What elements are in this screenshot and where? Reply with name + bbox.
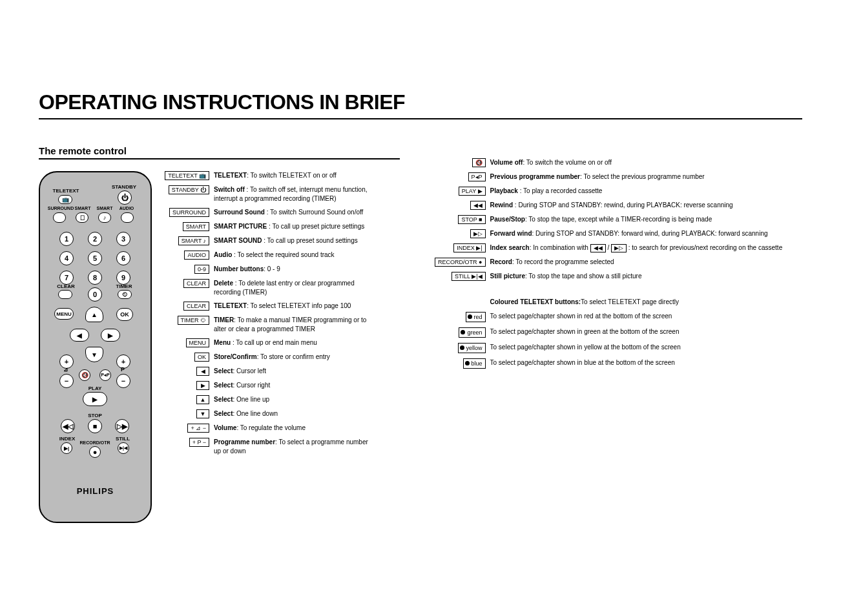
label-stop: STOP: [76, 413, 114, 418]
desc-row: INDEX ▶|Index search: In combination wit…: [435, 243, 802, 252]
teletext-button: 📺: [58, 195, 72, 204]
desc-row: MENUMenu : To call up or end main menu: [168, 338, 368, 347]
desc-row: RECORD/OTR ●Record: To record the progra…: [435, 258, 802, 267]
desc-text: Select: Cursor left: [214, 367, 368, 376]
key-label: MENU: [186, 338, 210, 347]
desc-text: TIMER: To make a manual TIMER programmin…: [214, 316, 368, 333]
color-button-yellow: yellow: [458, 343, 486, 353]
color-button-green: green: [459, 327, 485, 338]
digit-7: 7: [59, 271, 74, 285]
desc-row: SURROUNDSurround Sound : To switch Surro…: [168, 208, 368, 217]
color-button-blue: blue: [463, 358, 486, 369]
ok-button: OK: [116, 308, 133, 321]
color-desc-row: greenTo select page/chapter shown in gre…: [435, 327, 802, 338]
smart-sound-button: ♪: [98, 212, 111, 223]
desc-text: Store/Confirm: To store or confirm entry: [214, 353, 368, 362]
desc-row: ▶▷Forward wind: During STOP and STANDBY:…: [435, 229, 802, 238]
key-label: STILL ▶|◀: [452, 272, 486, 281]
key-label: ▶▷: [470, 229, 486, 238]
index-button: ▶|: [61, 442, 72, 454]
label-clear: CLEAR: [47, 283, 85, 289]
desc-text: To select page/chapter shown in blue at …: [490, 358, 802, 367]
section-subtitle: The remote control: [39, 145, 400, 159]
desc-text: Record: To record the programme selected: [490, 258, 802, 267]
standby-button: ⏻: [118, 190, 132, 205]
key-label: STANDBY ⏻: [169, 185, 209, 194]
desc-text: Select: One line up: [214, 395, 368, 404]
inline-key-icon: ◀◀: [590, 244, 606, 252]
label-standby: STANDBY: [105, 184, 143, 190]
key-label: ▼: [196, 409, 209, 418]
desc-text: Select: One line down: [214, 409, 368, 418]
key-label: + P −: [189, 438, 209, 447]
desc-row: OKStore/Confirm: To store or confirm ent…: [168, 353, 368, 362]
play-button: ▶: [83, 392, 107, 406]
right-column: 🔇Volume off: To switch the volume on or …: [435, 145, 802, 523]
key-label: INDEX ▶|: [453, 243, 485, 252]
desc-text: To select page/chapter shown in red at t…: [490, 312, 802, 321]
label-play: PLAY: [76, 385, 114, 391]
desc-row: STANDBY ⏻Switch off : To switch off set,…: [168, 185, 368, 203]
color-desc-row: yellowTo select page/chapter shown in ye…: [435, 343, 802, 353]
key-label: PLAY ▶: [459, 187, 486, 196]
left-column: The remote control TELETEXT STANDBY 📺 ⏻ …: [39, 145, 400, 523]
desc-text: Number buttons: 0 - 9: [214, 265, 368, 274]
desc-text: Still picture: To stop the tape and show…: [490, 272, 802, 281]
desc-row: CLEARTELETEXT: To select TELETEXT info p…: [168, 302, 368, 311]
desc-text: Volume off: To switch the volume on or o…: [490, 158, 802, 167]
ffwd-button: ▷▶: [115, 419, 129, 433]
cursor-down: ▼: [85, 347, 103, 362]
vol-minus: −: [59, 374, 74, 388]
digit-9: 9: [116, 271, 130, 285]
desc-row: ▼Select: One line down: [168, 409, 368, 418]
stop-button: ■: [88, 419, 102, 433]
key-label: OK: [194, 353, 209, 362]
menu-button: MENU: [54, 308, 74, 320]
digit-3: 3: [116, 232, 130, 246]
cursor-up: ▲: [85, 307, 103, 322]
mute-button: 🔇: [79, 369, 90, 381]
key-label: CLEAR: [183, 279, 209, 288]
key-label: ▶: [196, 381, 209, 390]
digit-0: 0: [88, 287, 102, 302]
record-button: ●: [89, 446, 101, 458]
desc-row: P◂PPrevious programme number: To select …: [435, 172, 802, 181]
desc-row: + P −Programme number: To select a progr…: [168, 438, 368, 455]
desc-text: Menu : To call up or end main menu: [214, 338, 368, 347]
desc-text: Audio : To select the required sound tra…: [214, 251, 368, 260]
key-label: CLEAR: [183, 302, 209, 311]
rewind-button: ◀◁: [61, 419, 75, 433]
desc-text: TELETEXT: To select TELETEXT info page 1…: [214, 302, 368, 311]
desc-row: SMART ♪SMART SOUND : To call up preset s…: [168, 236, 368, 245]
desc-row: PLAY ▶Playback : To play a recorded cass…: [435, 187, 802, 196]
desc-text: Delete : To delete last entry or clear p…: [214, 279, 368, 296]
desc-text: Playback : To play a recorded cassette: [490, 187, 802, 196]
desc-text: TELETEXT: To switch TELETEXT on or off: [214, 171, 368, 180]
digit-8: 8: [88, 271, 102, 285]
prev-prog-button: P◂P: [99, 369, 111, 381]
digit-6: 6: [116, 251, 130, 265]
desc-text: Forward wind: During STOP and STANDBY: f…: [490, 229, 802, 238]
desc-row: 0-9Number buttons: 0 - 9: [168, 265, 368, 274]
desc-text: Programme number: To select a programme …: [214, 438, 368, 455]
desc-text: Surround Sound : To switch Surround Soun…: [214, 208, 368, 217]
key-label: + ⊿ −: [187, 424, 209, 433]
timer-button: ⏲: [118, 290, 132, 299]
key-label: ◀◀: [470, 201, 486, 210]
desc-text: Select: Cursor right: [214, 381, 368, 390]
desc-text: To select page/chapter shown in yellow a…: [490, 343, 802, 352]
prog-minus: −: [116, 374, 130, 388]
cursor-right: ▶: [101, 329, 120, 342]
left-descriptions: TELETEXT 📺TELETEXT: To switch TELETEXT o…: [168, 171, 368, 523]
color-dot-icon: [461, 330, 465, 334]
desc-row: ◀Select: Cursor left: [168, 367, 368, 376]
brand-logo: PHILIPS: [40, 486, 151, 496]
key-label: 0-9: [194, 265, 209, 274]
digit-1: 1: [59, 232, 74, 246]
desc-text: SMART PICTURE : To call up preset pictur…: [214, 222, 368, 231]
desc-row: SMARTSMART PICTURE : To call up preset p…: [168, 222, 368, 231]
key-label: TIMER ⏲: [178, 316, 210, 325]
inline-key-icon: ▶▷: [611, 244, 627, 252]
clear-button: [58, 290, 72, 299]
cursor-left: ◀: [70, 329, 89, 342]
